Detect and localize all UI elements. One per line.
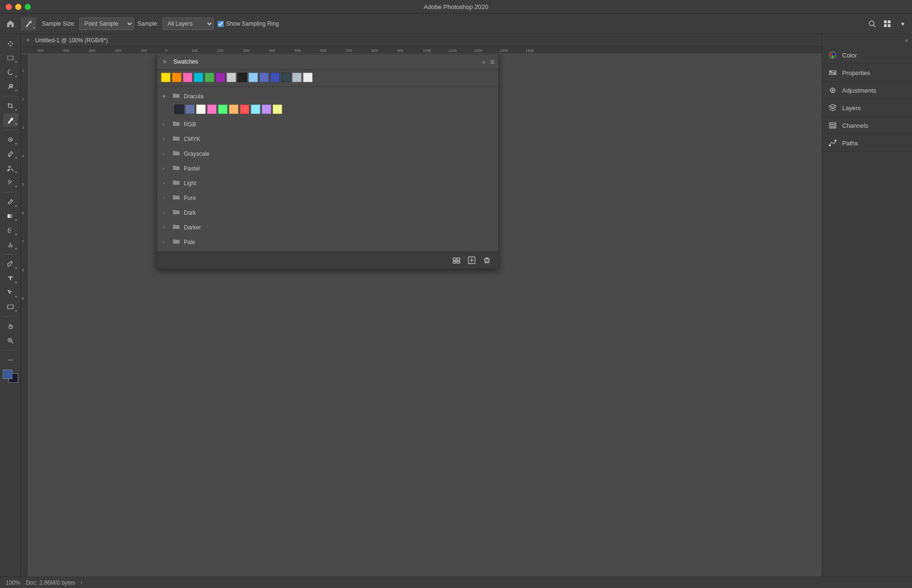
foreground-background-colors[interactable] <box>3 370 18 383</box>
blur-tool[interactable]: ▾ <box>3 224 18 237</box>
sample-select[interactable]: All Layers Current Layer <box>162 18 214 30</box>
hist-subarrow: ▾ <box>15 185 17 189</box>
create-group-btn[interactable] <box>451 255 462 266</box>
search-icon-btn[interactable] <box>866 18 878 29</box>
eye-subarrow: ▾ <box>15 123 17 126</box>
eraser-tool[interactable]: ▾ <box>3 195 18 209</box>
right-panel-channels[interactable]: Channels <box>822 117 912 134</box>
group-swatch[interactable] <box>174 104 184 114</box>
brush-tool[interactable]: ▾ <box>3 147 18 161</box>
minimize-button[interactable] <box>15 4 21 10</box>
home-button[interactable] <box>4 17 17 30</box>
pinned-swatch[interactable] <box>292 73 302 82</box>
hand-tool[interactable] <box>3 320 18 333</box>
foreground-color-chip[interactable] <box>3 370 12 379</box>
swatches-group-cmyk[interactable]: ›CMYK <box>157 132 498 146</box>
layers-label: Layers <box>842 104 861 112</box>
pinned-swatch[interactable] <box>270 73 280 82</box>
pinned-swatch[interactable] <box>183 73 192 82</box>
eyedropper-left-tool[interactable]: ▾ <box>3 114 18 127</box>
group-swatch[interactable] <box>207 104 217 114</box>
magic-wand-tool[interactable]: ▾ <box>3 80 18 93</box>
pen-tool[interactable]: ▾ <box>3 257 18 271</box>
group-swatch[interactable] <box>240 104 249 114</box>
canvas-area: ✕ Untitled-1 @ 100% (RGB/8*) -500 -400 -… <box>21 34 822 577</box>
group-name-label: RGB <box>184 121 196 128</box>
move-tool[interactable] <box>3 37 18 50</box>
swatches-close-btn[interactable]: ✕ <box>161 59 168 66</box>
swatches-collapse-btn[interactable]: » <box>482 59 485 66</box>
right-panel-color[interactable]: Color <box>822 47 912 64</box>
layout-icon-btn[interactable] <box>882 18 893 29</box>
swatches-tab[interactable]: Swatches <box>170 57 202 68</box>
pinned-swatch[interactable] <box>303 73 313 82</box>
swatches-group-rgb[interactable]: ›RGB <box>157 117 498 132</box>
more-tools-btn[interactable]: ··· <box>3 353 18 367</box>
right-panel-layers[interactable]: Layers <box>822 99 912 117</box>
spot-heal-tool[interactable]: ▾ <box>3 133 18 146</box>
right-panel-collapse-btn[interactable]: « <box>822 34 912 47</box>
pinned-swatch[interactable] <box>227 73 236 82</box>
doc-tab-title: Untitled-1 @ 100% (RGB/8*) <box>35 37 108 44</box>
delete-swatch-btn[interactable] <box>481 255 493 266</box>
text-tool[interactable]: ▾ <box>3 272 18 285</box>
pinned-swatch[interactable] <box>161 73 171 82</box>
group-swatch[interactable] <box>185 104 195 114</box>
shape-tool[interactable]: ▾ <box>3 300 18 313</box>
swatches-menu-btn[interactable]: ≡ <box>490 58 494 66</box>
group-chevron-icon: › <box>163 166 169 171</box>
eyedropper-tool-button[interactable]: ▾ <box>21 17 36 30</box>
pinned-swatch[interactable] <box>172 73 181 82</box>
lasso-tool[interactable]: ▾ <box>3 66 18 79</box>
dodge-tool[interactable]: ▾ <box>3 238 18 251</box>
status-arrow[interactable]: › <box>81 580 82 585</box>
maximize-button[interactable] <box>25 4 31 10</box>
group-name-label: CMYK <box>184 136 200 142</box>
swatches-group-pastel[interactable]: ›Pastel <box>157 161 498 176</box>
pinned-swatch[interactable] <box>216 73 225 82</box>
close-button[interactable] <box>6 4 12 10</box>
group-swatch[interactable] <box>196 104 206 114</box>
group-swatch[interactable] <box>229 104 238 114</box>
toolbar: ▾ Sample Size: Point Sample 3 by 3 Avera… <box>0 13 912 34</box>
doc-tab-close-btn[interactable]: ✕ <box>25 37 31 44</box>
marquee-tool[interactable]: ▾ <box>3 51 18 65</box>
right-panel-properties[interactable]: Properties <box>822 64 912 82</box>
pinned-swatch[interactable] <box>248 73 258 82</box>
group-swatch[interactable] <box>273 104 282 114</box>
pinned-swatch[interactable] <box>194 73 203 82</box>
right-panel-adjustments[interactable]: Adjustments <box>822 82 912 99</box>
pinned-swatch[interactable] <box>281 73 291 82</box>
crop-tool[interactable]: ▾ <box>3 99 18 113</box>
group-swatch[interactable] <box>262 104 271 114</box>
swatches-group-pure[interactable]: ›Pure <box>157 190 498 205</box>
pinned-swatch[interactable] <box>238 73 247 82</box>
add-swatch-btn[interactable] <box>466 255 477 266</box>
sample-size-select[interactable]: Point Sample 3 by 3 Average 5 by 5 Avera… <box>79 18 134 30</box>
clone-stamp-tool[interactable]: ▾ <box>3 161 18 175</box>
swatches-group-pale[interactable]: ›Pale <box>157 235 498 249</box>
group-swatch[interactable] <box>251 104 260 114</box>
zoom-tool[interactable] <box>3 334 18 347</box>
history-brush-tool[interactable]: ▾ <box>3 176 18 189</box>
pinned-swatch[interactable] <box>259 73 269 82</box>
gradient-tool[interactable]: ▾ <box>3 209 18 223</box>
swatches-group-light[interactable]: ›Light <box>157 176 498 190</box>
expand-arrow-icon[interactable]: ▾ <box>897 18 908 29</box>
swatches-group-dracula[interactable]: ▾Dracula <box>157 89 498 104</box>
group-chevron-icon: › <box>163 122 169 127</box>
path-select-tool[interactable]: ▾ <box>3 286 18 299</box>
group-name-label: Pale <box>184 239 195 246</box>
show-sampling-ring-checkbox[interactable] <box>218 21 224 27</box>
rtick: 1400 <box>525 48 534 53</box>
tool-sep-2 <box>4 130 17 130</box>
swatches-group-grayscale[interactable]: ›Grayscale <box>157 146 498 161</box>
group-name-label: Darker <box>184 224 201 231</box>
right-panel-paths[interactable]: Paths <box>822 134 912 152</box>
group-name-label: Dark <box>184 209 196 216</box>
swatches-group-darker[interactable]: ›Darker <box>157 220 498 235</box>
pinned-swatch[interactable] <box>205 73 214 82</box>
group-swatch[interactable] <box>218 104 228 114</box>
zoom-level: 100% <box>6 579 20 586</box>
swatches-group-dark[interactable]: ›Dark <box>157 205 498 220</box>
